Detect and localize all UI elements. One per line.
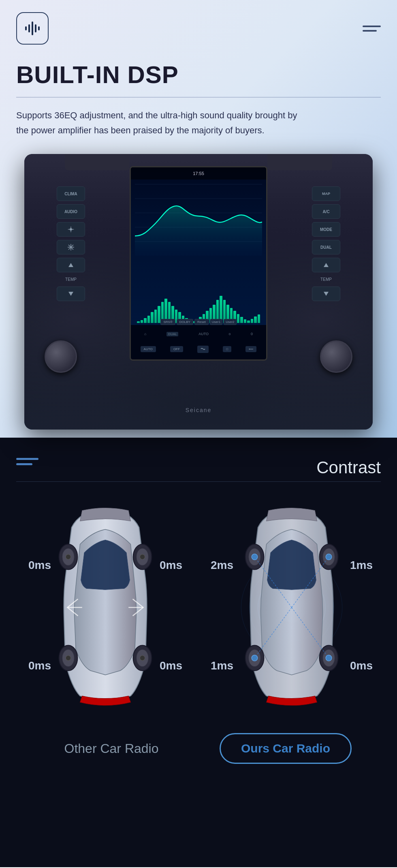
top-bar — [16, 12, 381, 45]
hamburger-line-2 — [363, 30, 377, 32]
vent-left — [65, 154, 130, 170]
side-buttons-left: CLIMA AUDIO — [57, 186, 85, 301]
fan-btn — [57, 222, 85, 237]
clima-btn[interactable]: CLIMA — [57, 186, 85, 201]
car-labels: Other Car Radio Ours Car Radio — [16, 733, 381, 764]
svg-rect-3 — [25, 26, 27, 30]
contrast-icon — [16, 458, 38, 465]
svg-rect-0 — [32, 21, 33, 35]
svg-rect-4 — [38, 26, 40, 30]
vent-right — [267, 154, 332, 170]
svg-point-30 — [140, 656, 145, 661]
left-car-delay-tr: 0ms — [160, 559, 182, 572]
our-car-btn[interactable]: Ours Car Radio — [198, 733, 373, 764]
contrast-section: Contrast 0ms 0ms 0ms 0ms — [0, 438, 397, 867]
right-car-item: 2ms 1ms 1ms 0ms — [203, 502, 381, 713]
left-knob[interactable] — [45, 340, 77, 373]
svg-marker-10 — [68, 263, 73, 267]
svg-point-47 — [252, 655, 258, 661]
right-car-delay-tr: 1ms — [350, 559, 373, 572]
mode-btn[interactable]: MODE — [312, 222, 340, 237]
eq-bars — [135, 291, 262, 323]
svg-rect-2 — [35, 24, 36, 32]
left-car-item: 0ms 0ms 0ms 0ms — [16, 502, 194, 713]
temp-right-down[interactable] — [312, 286, 340, 301]
svg-point-29 — [66, 656, 70, 661]
contrast-icon-line-2 — [16, 463, 32, 465]
svg-point-45 — [252, 554, 258, 560]
car-comparison: 0ms 0ms 0ms 0ms — [16, 502, 381, 713]
contrast-icon-line-1 — [16, 458, 38, 460]
hamburger-line-1 — [363, 26, 381, 27]
temp-right-up[interactable] — [312, 258, 340, 272]
seicane-watermark: Seicane — [186, 407, 212, 413]
temp-up-btn[interactable] — [57, 258, 85, 272]
header-section: BUILT-IN DSP Supports 36EQ adjustment, a… — [0, 0, 397, 438]
eq-display — [135, 180, 262, 261]
contrast-header: Contrast — [16, 458, 381, 477]
svg-marker-11 — [68, 292, 73, 296]
audio-btn[interactable]: AUDIO — [57, 204, 85, 219]
dual-btn[interactable]: DUAL — [312, 240, 340, 254]
map-btn[interactable]: MAP — [312, 186, 340, 201]
other-car-label: Other Car Radio — [24, 741, 198, 756]
right-car-delay-br: 0ms — [350, 659, 373, 672]
contrast-divider — [16, 481, 381, 482]
right-car-delay-bl: 1ms — [211, 659, 233, 672]
our-car-radio-button[interactable]: Ours Car Radio — [220, 733, 352, 764]
side-buttons-right: MAP A/C MODE DUAL TEMP — [312, 186, 340, 301]
hamburger-menu[interactable] — [363, 26, 381, 32]
svg-point-48 — [326, 655, 332, 661]
left-car-delay-tl: 0ms — [28, 559, 51, 572]
svg-rect-1 — [28, 24, 30, 32]
svg-marker-12 — [324, 263, 329, 267]
title-divider — [16, 97, 381, 98]
logo-icon — [16, 12, 49, 45]
description-text: Supports 36EQ adjustment, and the ultra-… — [16, 108, 300, 138]
svg-point-27 — [66, 554, 70, 559]
right-knob[interactable] — [320, 340, 352, 373]
left-car-container: 0ms 0ms 0ms 0ms — [28, 502, 182, 713]
snowflake-btn — [57, 240, 85, 254]
ac-btn[interactable]: A/C — [312, 204, 340, 219]
right-car-container: 2ms 1ms 1ms 0ms — [215, 502, 369, 713]
svg-point-46 — [326, 554, 332, 560]
screen-time: 17:55 — [193, 171, 204, 176]
svg-point-28 — [140, 554, 145, 559]
right-car-delay-tl: 2ms — [211, 559, 233, 572]
svg-marker-13 — [324, 292, 329, 296]
temp-down-btn[interactable] — [57, 286, 85, 301]
left-car-delay-bl: 0ms — [28, 659, 51, 672]
dashboard-mockup: CLIMA AUDIO — [24, 154, 373, 430]
dashboard-container: CLIMA AUDIO — [16, 154, 381, 430]
screen-content: 17:55 — [131, 167, 266, 359]
contrast-title: Contrast — [316, 458, 381, 477]
center-screen[interactable]: 17:55 — [130, 166, 267, 361]
left-car-delay-br: 0ms — [160, 659, 182, 672]
page-title: BUILT-IN DSP — [16, 61, 381, 89]
